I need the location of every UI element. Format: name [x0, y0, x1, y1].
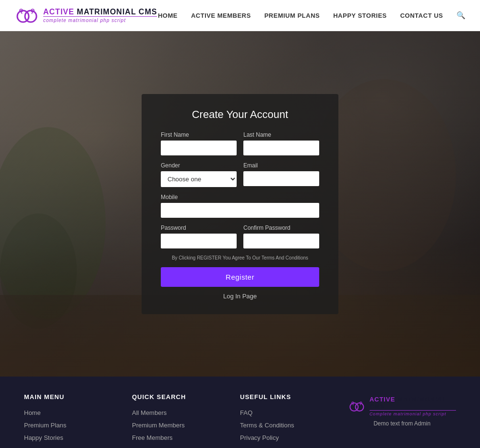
footer-top: MAIN MENU Home Premium Plans Happy Stori…	[24, 393, 456, 448]
footer-logo-text: ACTIVE MATRIMONIAL CMS Complete matrimon…	[370, 396, 456, 416]
name-row: First Name Last Name	[161, 131, 319, 155]
footer-logo-col: ACTIVE MATRIMONIAL CMS Complete matrimon…	[348, 393, 456, 448]
logo-icon	[14, 3, 39, 28]
login-link[interactable]: Log In Page	[161, 293, 319, 300]
footer-main-menu: MAIN MENU Home Premium Plans Happy Stori…	[24, 393, 132, 448]
last-name-label: Last Name	[243, 131, 319, 138]
confirm-password-label: Confirm Password	[243, 224, 319, 231]
footer-premium-members-link[interactable]: Premium Members	[132, 422, 185, 429]
nav-happy-stories[interactable]: HAPPY STORIES	[333, 12, 387, 19]
gender-email-row: Gender Choose one Male Female Email	[161, 162, 319, 187]
quick-search-heading: QUICK SEARCH	[132, 393, 240, 401]
footer: MAIN MENU Home Premium Plans Happy Stori…	[0, 377, 480, 448]
svg-point-1	[25, 11, 36, 22]
footer-privacy-link[interactable]: Privacy Policy	[240, 434, 279, 441]
hero-section: Create Your Account First Name Last Name…	[0, 31, 480, 377]
svg-point-12	[355, 402, 363, 411]
svg-line-5	[32, 12, 33, 14]
footer-useful-links: USEFUL LINKS FAQ Terms & Conditions Priv…	[240, 393, 348, 448]
mobile-label: Mobile	[161, 194, 319, 200]
list-item: Home	[24, 408, 132, 417]
footer-logo-icon	[348, 397, 366, 416]
list-item: FAQ	[240, 408, 348, 417]
footer-faq-link[interactable]: FAQ	[240, 409, 252, 416]
footer-demo-text: Demo text from Admin	[373, 420, 431, 427]
list-item: Happy Stories	[24, 433, 132, 442]
logo-text: ACTIVE MATRIMONIAL CMS complete matrimon…	[43, 8, 157, 23]
main-nav: HOME ACTIVE MEMBERS PREMIUM PLANS HAPPY …	[158, 11, 466, 20]
footer-happy-stories-link[interactable]: Happy Stories	[24, 434, 63, 441]
logo: ACTIVE MATRIMONIAL CMS complete matrimon…	[14, 3, 157, 28]
useful-links-heading: USEFUL LINKS	[240, 393, 348, 401]
mobile-group: Mobile	[161, 194, 319, 218]
last-name-group: Last Name	[243, 131, 319, 155]
first-name-label: First Name	[161, 131, 237, 138]
svg-line-15	[353, 404, 353, 405]
mobile-input[interactable]	[161, 203, 319, 218]
registration-form: Create Your Account First Name Last Name…	[142, 94, 338, 314]
password-input[interactable]	[161, 234, 237, 248]
header: ACTIVE MATRIMONIAL CMS complete matrimon…	[0, 0, 480, 31]
footer-quick-search: QUICK SEARCH All Members Premium Members…	[132, 393, 240, 448]
password-group: Password	[161, 224, 237, 248]
nav-home[interactable]: HOME	[158, 12, 178, 19]
svg-line-16	[360, 404, 360, 405]
first-name-group: First Name	[161, 131, 237, 155]
email-input[interactable]	[243, 171, 319, 186]
email-group: Email	[243, 162, 319, 187]
form-title: Create Your Account	[161, 108, 319, 121]
footer-free-members-link[interactable]: Free Members	[132, 434, 173, 441]
nav-contact-us[interactable]: CONTACT US	[400, 12, 443, 19]
logo-subtitle: complete matrimonial php script	[43, 16, 157, 23]
main-menu-list: Home Premium Plans Happy Stories Contact…	[24, 408, 132, 448]
footer-premium-plans-link[interactable]: Premium Plans	[24, 422, 66, 429]
svg-line-4	[21, 12, 22, 14]
quick-search-list: All Members Premium Members Free Members	[132, 408, 240, 442]
main-menu-heading: MAIN MENU	[24, 393, 132, 401]
register-button[interactable]: Register	[161, 267, 319, 287]
gender-select[interactable]: Choose one Male Female	[161, 171, 237, 187]
gender-group: Gender Choose one Male Female	[161, 162, 237, 187]
list-item: Privacy Policy	[240, 433, 348, 442]
footer-all-members-link[interactable]: All Members	[132, 409, 167, 416]
list-item: Terms & Conditions	[240, 421, 348, 429]
footer-home-link[interactable]: Home	[24, 409, 41, 416]
footer-terms-link[interactable]: Terms & Conditions	[240, 422, 294, 429]
gender-label: Gender	[161, 162, 237, 169]
logo-title: ACTIVE MATRIMONIAL CMS	[43, 8, 157, 16]
password-row: Password Confirm Password	[161, 224, 319, 248]
footer-logo-title: ACTIVE MATRIMONIAL CMS	[370, 396, 456, 410]
list-item: Free Members	[132, 433, 240, 442]
search-icon[interactable]: 🔍	[456, 11, 466, 20]
confirm-password-input[interactable]	[243, 234, 319, 248]
nav-premium-plans[interactable]: PREMIUM PLANS	[264, 12, 320, 19]
email-label: Email	[243, 162, 319, 169]
list-item: Contact Us	[24, 446, 132, 448]
last-name-input[interactable]	[243, 141, 319, 155]
useful-links-list: FAQ Terms & Conditions Privacy Policy	[240, 408, 348, 442]
footer-logo-area: ACTIVE MATRIMONIAL CMS Complete matrimon…	[348, 396, 456, 416]
list-item: Premium Plans	[24, 421, 132, 429]
list-item: All Members	[132, 408, 240, 417]
confirm-password-group: Confirm Password	[243, 224, 319, 248]
nav-active-members[interactable]: ACTIVE MEMBERS	[191, 12, 251, 19]
footer-logo-subtitle: Complete matrimonial php script	[370, 410, 456, 416]
terms-text: By Clicking REGISTER You Agree To Our Te…	[161, 255, 319, 260]
password-label: Password	[161, 224, 237, 231]
list-item: Premium Members	[132, 421, 240, 429]
first-name-input[interactable]	[161, 141, 237, 155]
